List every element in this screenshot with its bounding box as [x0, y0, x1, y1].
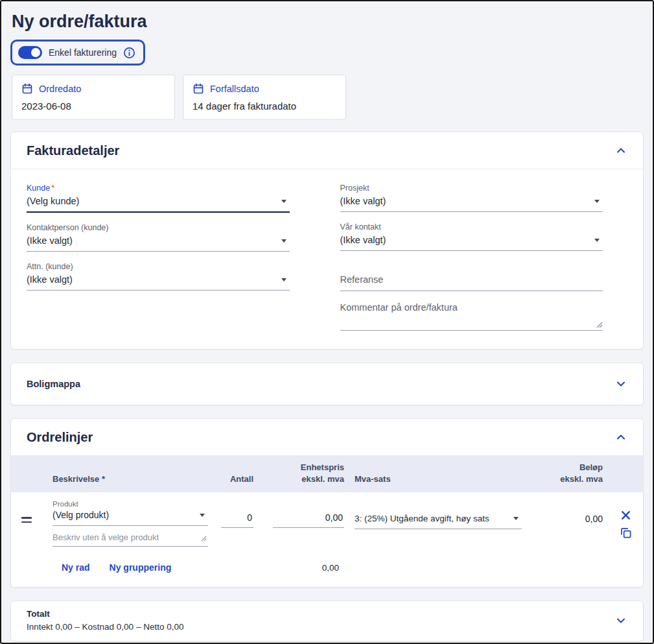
- totals-summary: Inntekt 0,00 – Kostnad 0,00 – Netto 0,00: [27, 622, 183, 632]
- product-value: (Velg produkt): [53, 510, 109, 520]
- simple-invoicing-toggle-group: Enkel fakturering: [10, 40, 145, 66]
- totals-title: Totalt: [27, 609, 183, 619]
- drag-handle[interactable]: [11, 500, 42, 547]
- invoice-details-collapse-button[interactable]: [614, 143, 627, 158]
- invoice-details-form: Kunde* (Velg kunde) Kontaktperson (kunde…: [11, 169, 643, 349]
- toggle-knob: [31, 48, 40, 57]
- calendar-icon: [193, 83, 204, 95]
- order-lines-header: Ordrelinjer: [11, 419, 643, 455]
- vat-select[interactable]: 3: (25%) Utgående avgift, høy sats: [355, 514, 522, 529]
- new-row-button[interactable]: Ny rad: [62, 562, 90, 573]
- info-button[interactable]: [123, 47, 135, 59]
- calendar-icon: [21, 83, 33, 95]
- boligmappa-header: Boligmappa: [11, 363, 643, 405]
- chevron-up-icon: [616, 432, 626, 442]
- copy-icon: [620, 527, 632, 539]
- unit-price-input[interactable]: 0,00: [273, 512, 344, 528]
- due-date-card[interactable]: Forfallsdato 14 dager fra fakturadato: [183, 75, 346, 120]
- line-amount: 0,00: [522, 500, 608, 547]
- resize-handle-icon[interactable]: [596, 322, 603, 328]
- column-header-description: Beskrivelse *: [42, 473, 217, 485]
- column-header-quantity: Antall: [217, 473, 263, 485]
- product-cell: Produkt (Velg produkt): [42, 500, 217, 547]
- project-label: Prosjekt: [340, 184, 603, 193]
- order-lines-table-header: Beskrivelse * Antall Enhetspris ekskl. m…: [11, 455, 643, 492]
- customer-field: Kunde* (Velg kunde): [27, 184, 290, 213]
- due-date-label: Forfallsdato: [210, 84, 259, 94]
- quantity-input[interactable]: 0: [221, 512, 253, 528]
- simple-invoicing-toggle[interactable]: [18, 46, 42, 59]
- unit-price-cell: 0,00: [263, 500, 345, 547]
- chevron-down-icon: [616, 615, 626, 626]
- invoice-details-title: Fakturadetaljer: [27, 143, 119, 158]
- project-value: (Ikke valgt): [340, 196, 386, 206]
- contact-person-field: Kontaktperson (kunde) (Ikke valgt): [27, 223, 290, 252]
- contact-person-value: (Ikke valgt): [27, 235, 73, 246]
- required-marker: *: [51, 184, 54, 193]
- contact-person-label: Kontaktperson (kunde): [27, 223, 290, 232]
- order-date-card[interactable]: Ordredato 2023-06-08: [12, 75, 175, 120]
- product-select[interactable]: (Velg produkt): [53, 510, 208, 526]
- our-contact-select[interactable]: (Ikke valgt): [340, 235, 603, 251]
- order-line-row: Produkt (Velg produkt) 0 0,00: [11, 492, 643, 552]
- invoice-details-section: Fakturadetaljer Kunde* (Velg kunde) Kont…: [10, 132, 644, 350]
- dropdown-arrow-icon: [281, 239, 286, 243]
- chevron-down-icon: [616, 379, 626, 389]
- dropdown-arrow-icon: [594, 200, 600, 203]
- due-date-value: 14 dager fra fakturadato: [193, 101, 336, 112]
- column-header-amount: Beløp ekskl. mva: [522, 462, 608, 485]
- invoice-details-header: Fakturadetaljer: [11, 132, 643, 169]
- vat-value: 3: (25%) Utgående avgift, høy sats: [355, 514, 489, 523]
- info-icon: [123, 47, 135, 59]
- order-lines-footer: Ny rad Ny gruppering 0,00: [11, 552, 643, 587]
- resize-handle-icon[interactable]: [201, 536, 207, 542]
- order-date-value: 2023-06-08: [21, 101, 165, 112]
- our-contact-label: Vår kontakt: [340, 222, 603, 232]
- chevron-up-icon: [616, 145, 626, 156]
- totals-expand-button[interactable]: [614, 613, 627, 628]
- new-group-button[interactable]: Ny gruppering: [110, 562, 172, 573]
- close-icon: [620, 510, 631, 521]
- unit-price-sum: 0,00: [263, 563, 345, 573]
- order-date-label: Ordredato: [39, 84, 81, 94]
- our-contact-field: Vår kontakt (Ikke valgt): [340, 222, 603, 251]
- delete-row-button[interactable]: [620, 510, 631, 521]
- project-field: Prosjekt (Ikke valgt): [340, 184, 603, 212]
- project-select[interactable]: (Ikke valgt): [340, 196, 603, 212]
- order-lines-title: Ordrelinjer: [27, 430, 93, 445]
- totals-section: Totalt Inntekt 0,00 – Kostnad 0,00 – Net…: [10, 601, 644, 641]
- simple-invoicing-label: Enkel fakturering: [49, 47, 117, 58]
- customer-value: (Velg kunde): [27, 196, 79, 206]
- dropdown-arrow-icon: [200, 514, 205, 517]
- reference-input[interactable]: Referanse: [340, 261, 603, 291]
- product-label: Produkt: [53, 500, 208, 508]
- boligmappa-expand-button[interactable]: [614, 376, 627, 392]
- dropdown-arrow-icon: [281, 200, 286, 203]
- reference-label: Referanse: [340, 274, 384, 285]
- order-lines-collapse-button[interactable]: [614, 429, 627, 445]
- dropdown-arrow-icon: [594, 239, 600, 242]
- attn-label: Attn. (kunde): [27, 262, 290, 271]
- comment-input[interactable]: Kommentar på ordre/faktura: [340, 302, 603, 331]
- attn-select[interactable]: (Ikke valgt): [27, 274, 290, 291]
- line-description-input[interactable]: [53, 531, 208, 547]
- our-contact-value: (Ikke valgt): [340, 235, 386, 245]
- boligmappa-title: Boligmappa: [27, 379, 80, 389]
- column-header-unit-price: Enhetspris ekskl. mva: [263, 462, 345, 485]
- quantity-cell: 0: [217, 500, 263, 547]
- customer-select[interactable]: (Velg kunde): [27, 196, 290, 213]
- comment-label: Kommentar på ordre/faktura: [340, 302, 458, 313]
- vat-cell: 3: (25%) Utgående avgift, høy sats: [345, 500, 522, 547]
- copy-row-button[interactable]: [620, 527, 632, 539]
- attn-value: (Ikke valgt): [27, 274, 73, 285]
- boligmappa-section: Boligmappa: [10, 363, 644, 405]
- dropdown-arrow-icon: [281, 278, 286, 281]
- row-actions: [608, 500, 643, 547]
- date-cards: Ordredato 2023-06-08 Forfallsdato 14 dag…: [12, 75, 644, 120]
- attn-field: Attn. (kunde) (Ikke valgt): [27, 262, 290, 291]
- page-title: Ny ordre/faktura: [12, 12, 644, 32]
- contact-person-select[interactable]: (Ikke valgt): [27, 235, 290, 252]
- column-header-vat: Mva-sats: [345, 473, 522, 485]
- page: Ny ordre/faktura Enkel fakturering: [0, 0, 654, 644]
- dropdown-arrow-icon: [513, 517, 519, 520]
